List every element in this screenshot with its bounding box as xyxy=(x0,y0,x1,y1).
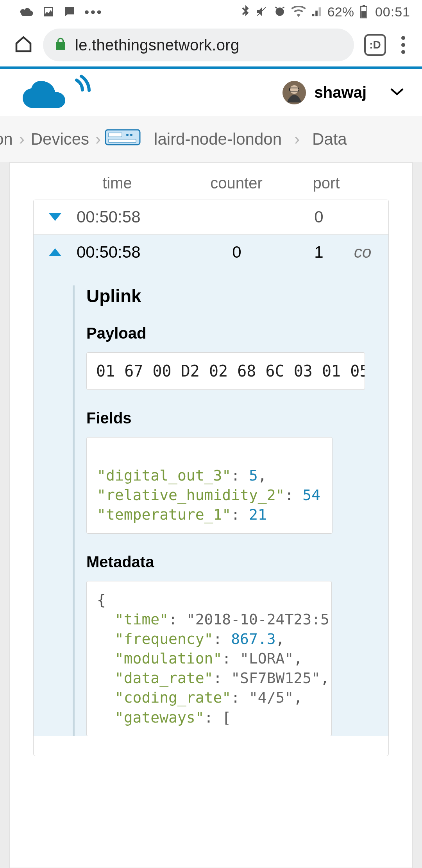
battery-percent: 62% xyxy=(327,4,354,20)
status-clock: 00:51 xyxy=(375,4,410,20)
metadata-json[interactable]: { "time": "2018-10-24T23:5 "frequency": … xyxy=(86,581,332,736)
metadata-label: Metadata xyxy=(86,553,365,571)
breadcrumb-item[interactable]: laird-node-london xyxy=(148,130,288,149)
col-counter: counter xyxy=(182,174,291,192)
cell-port: 1 xyxy=(291,243,346,262)
breadcrumb-item[interactable]: on xyxy=(0,130,19,149)
lock-icon xyxy=(55,37,66,53)
detail-title: Uplink xyxy=(86,285,365,307)
svg-point-4 xyxy=(290,85,299,94)
cell-time: 00:50:58 xyxy=(77,208,182,226)
chevron-right-icon: › xyxy=(288,130,306,149)
caret-up-icon xyxy=(49,248,61,256)
status-right-icons: 62% 00:51 xyxy=(241,4,410,20)
col-time: time xyxy=(53,174,182,192)
home-icon[interactable] xyxy=(14,35,33,55)
battery-icon xyxy=(359,5,368,18)
wifi-icon xyxy=(291,6,306,17)
col-port: port xyxy=(291,174,361,192)
caret-down-icon xyxy=(49,213,61,221)
more-icon: ••• xyxy=(84,4,103,20)
avatar[interactable] xyxy=(283,81,306,104)
svg-point-9 xyxy=(130,134,132,136)
status-left-icons: ••• xyxy=(20,4,103,20)
android-status-bar: ••• 62% 00:51 xyxy=(0,0,422,23)
cell-port: 0 xyxy=(291,208,346,226)
payload-label: Payload xyxy=(86,325,365,342)
fields-label: Fields xyxy=(86,409,365,427)
chevron-down-icon[interactable] xyxy=(390,87,404,98)
cell-time: 00:50:58 xyxy=(77,243,182,262)
loading-bar xyxy=(0,66,422,69)
cell-counter: 0 xyxy=(182,243,291,262)
image-icon xyxy=(42,5,55,18)
svg-point-8 xyxy=(126,134,129,136)
cloud-icon xyxy=(20,7,34,17)
username[interactable]: shawaj xyxy=(315,84,367,101)
svg-rect-1 xyxy=(363,5,365,6)
bluetooth-icon xyxy=(241,5,250,18)
ttn-logo-icon[interactable] xyxy=(18,72,92,113)
alarm-icon xyxy=(274,5,286,18)
chevron-right-icon: › xyxy=(19,130,25,149)
url-bar[interactable]: le.thethingsnetwork.org xyxy=(43,29,354,61)
url-text: le.thethingsnetwork.org xyxy=(75,36,239,54)
app-header: shawaj xyxy=(0,69,422,116)
payload-hex[interactable]: 01 67 00 D2 02 68 6C 03 01 05 xyxy=(86,352,365,390)
svg-rect-10 xyxy=(109,139,136,142)
table-row[interactable]: 00:50:58 0 xyxy=(34,199,388,235)
table-rows: 00:50:58 0 00:50:58 0 1 co Uplink Payloa… xyxy=(33,199,389,756)
chat-icon xyxy=(63,5,76,18)
signal-icon xyxy=(311,6,322,17)
table-header: time counter port xyxy=(10,174,412,199)
row-detail: Uplink Payload 01 67 00 D2 02 68 6C 03 0… xyxy=(34,270,388,736)
breadcrumb-item[interactable]: Devices xyxy=(25,130,95,149)
breadcrumb-item[interactable]: Data xyxy=(306,130,353,149)
data-panel: time counter port 00:50:58 0 00:50:58 0 … xyxy=(9,162,413,868)
fields-json[interactable]: "digital_out_3": 5, "relative_humidity_2… xyxy=(86,437,333,534)
page-body: time counter port 00:50:58 0 00:50:58 0 … xyxy=(0,162,422,868)
table-row[interactable]: 00:50:58 0 1 co xyxy=(34,235,388,270)
breadcrumb: on › Devices › laird-node-london › Data xyxy=(0,116,422,162)
tabs-button[interactable]: :D xyxy=(364,34,386,56)
browser-menu-icon[interactable] xyxy=(396,36,410,54)
browser-toolbar: le.thethingsnetwork.org :D xyxy=(0,23,422,66)
cell-extra: co xyxy=(346,243,371,262)
chevron-right-icon: › xyxy=(95,130,101,149)
mute-icon xyxy=(256,5,268,18)
svg-rect-7 xyxy=(109,133,122,137)
device-icon xyxy=(105,127,141,151)
svg-rect-2 xyxy=(361,11,366,18)
